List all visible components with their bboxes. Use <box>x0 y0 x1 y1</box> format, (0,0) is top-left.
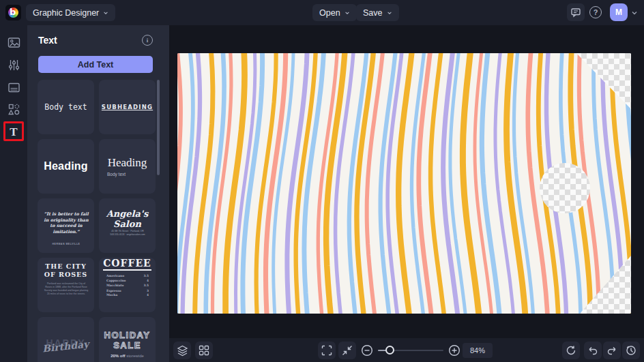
layers-icon <box>177 345 188 357</box>
workspace <box>169 25 644 362</box>
avatar-initial: M <box>615 7 622 17</box>
layers-button[interactable] <box>173 342 191 359</box>
zoom-percent-text: 84% <box>470 346 485 355</box>
text-style-card-heading-bold[interactable]: Heading <box>38 139 94 194</box>
chevron-down-icon <box>345 10 350 16</box>
fit-to-screen-button[interactable] <box>338 342 356 359</box>
reset-button[interactable] <box>562 342 580 359</box>
app-mode-label: Graphic Designer <box>33 8 99 18</box>
user-avatar[interactable]: M <box>610 3 628 21</box>
add-text-label: Add Text <box>78 60 114 70</box>
rail-item-image-manager[interactable] <box>5 34 22 50</box>
text-style-card-happy-birthday[interactable]: HAPPY Birthday <box>38 317 94 362</box>
zoom-out-button[interactable] <box>358 342 376 359</box>
shapes-icon <box>8 103 20 116</box>
template-card-icon <box>8 81 20 94</box>
card-title: THE CITY OF ROSES <box>42 262 90 279</box>
open-label: Open <box>319 8 340 18</box>
coffee-menu-list: Americano3.5 Cappuccino4 Macchiato3.5 Es… <box>106 273 149 298</box>
text-style-card-body-text[interactable]: Body text <box>38 80 94 134</box>
app-logo-icon[interactable]: b <box>5 5 21 20</box>
chevron-down-icon <box>387 10 392 16</box>
text-panel: Text i Add Text Body text SUBHEADING Hea… <box>27 25 169 362</box>
minus-circle-icon <box>361 344 373 357</box>
text-style-card-holiday-sale[interactable]: HOLIDAY SALE 20% off storewide <box>99 317 156 362</box>
fullscreen-button[interactable] <box>318 342 336 359</box>
text-style-card-subheading[interactable]: SUBHEADING <box>99 80 156 134</box>
top-bar: b Graphic Designer Open Save ? M <box>0 0 644 25</box>
bottom-toolbar: 84% <box>169 338 644 362</box>
panel-title: Text <box>38 35 57 46</box>
chat-bubble-icon <box>570 7 581 18</box>
account-chevron-down-icon[interactable] <box>631 10 638 16</box>
card-text: Heading <box>108 156 147 170</box>
text-style-card-coffee-menu[interactable]: COFFEE Americano3.5 Cappuccino4 Macchiat… <box>99 258 156 312</box>
card-body-text: Portland was nicknamed the City of Roses… <box>44 282 88 296</box>
chevron-down-icon <box>103 10 108 16</box>
zoom-slider-handle[interactable] <box>385 346 394 355</box>
logo-letter: b <box>10 7 16 17</box>
card-title: Angela's Salon <box>99 209 156 229</box>
rail-item-graphics[interactable] <box>5 101 22 117</box>
image-icon <box>8 36 20 49</box>
grid-icon <box>199 345 209 356</box>
rail-item-edit[interactable] <box>5 57 22 73</box>
card-title: COFFEE <box>103 258 151 271</box>
sliders-icon <box>8 59 20 72</box>
zoom-level-value[interactable]: 84% <box>463 343 493 358</box>
save-label: Save <box>363 8 383 18</box>
undo-button[interactable] <box>584 342 602 359</box>
save-button[interactable]: Save <box>356 4 399 21</box>
info-icon[interactable]: i <box>142 35 153 46</box>
redo-button[interactable] <box>603 342 621 359</box>
text-style-card-quote[interactable]: “It is better to fail in originality tha… <box>38 198 94 253</box>
history-icon <box>626 345 636 356</box>
tool-rail: T <box>0 25 27 362</box>
text-style-card-heading-serif[interactable]: Heading Body text <box>99 139 156 194</box>
card-text: SUBHEADING <box>102 104 153 110</box>
undo-icon <box>587 345 598 356</box>
panel-scrollbar[interactable] <box>157 80 160 175</box>
help-button[interactable]: ? <box>589 6 602 18</box>
tutorial-highlight-box <box>3 121 24 141</box>
text-style-card-salon[interactable]: Angela's Salon 45 SE 7th Street · Portla… <box>99 198 156 253</box>
open-button[interactable]: Open <box>312 4 357 21</box>
zoom-in-button[interactable] <box>445 342 463 359</box>
card-subtext: Body text <box>107 172 126 177</box>
plus-circle-icon <box>448 344 460 357</box>
history-button[interactable] <box>622 342 640 359</box>
rail-item-templates[interactable] <box>5 79 22 95</box>
card-quote-text: “It is better to fail in originality tha… <box>42 211 89 235</box>
card-text: Body text <box>44 102 87 112</box>
fit-screen-icon <box>342 345 353 356</box>
redo-icon <box>606 345 617 356</box>
app-mode-menu[interactable]: Graphic Designer <box>26 4 115 21</box>
card-title: HOLIDAY SALE <box>104 331 151 351</box>
feedback-button[interactable] <box>567 3 585 21</box>
app-window: b Graphic Designer Open Save ? M <box>0 0 644 362</box>
refresh-icon <box>566 345 576 356</box>
design-canvas[interactable] <box>177 53 631 314</box>
card-address: 45 SE 7th Street · Portland, OR 503-555-… <box>104 229 151 236</box>
question-mark-icon: ? <box>594 8 598 16</box>
text-style-card-city-of-roses[interactable]: THE CITY OF ROSES Portland was nicknamed… <box>38 258 94 312</box>
fullscreen-icon <box>321 345 332 356</box>
pages-button[interactable] <box>195 342 213 359</box>
card-attribution: HERMAN MELVILLE <box>47 243 85 245</box>
add-text-button[interactable]: Add Text <box>38 56 153 73</box>
card-subtitle: 20% off storewide <box>111 354 144 358</box>
card-text: Heading <box>44 160 88 172</box>
